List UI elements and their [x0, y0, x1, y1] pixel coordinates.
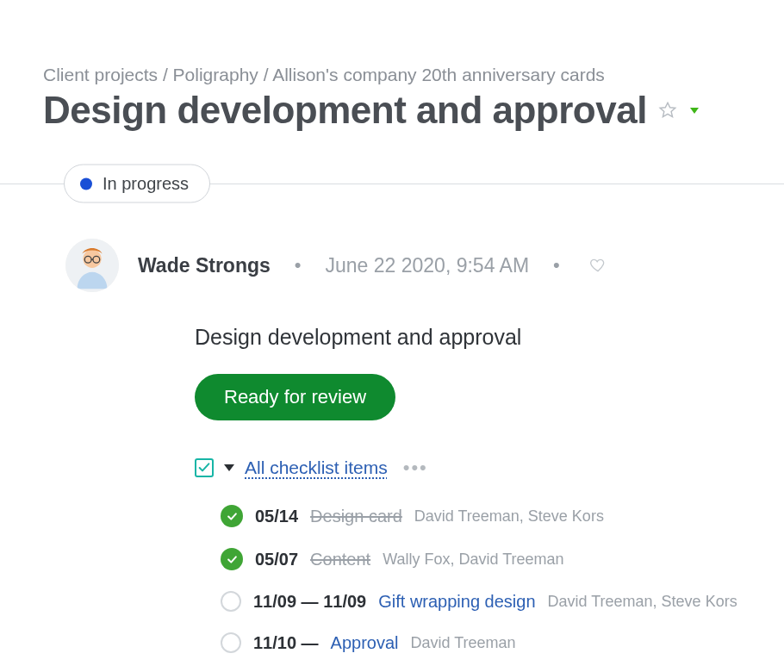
item-title[interactable]: Approval	[331, 633, 399, 653]
checklist: 05/14 Design card David Treeman, Steve K…	[221, 495, 741, 663]
status-pill[interactable]: In progress	[64, 165, 210, 203]
check-open-icon[interactable]	[221, 632, 241, 653]
checklist-item[interactable]: 11/10 — Approval David Treeman	[221, 622, 741, 663]
checklist-item[interactable]: 11/09 — 11/09 Gift wrapping design David…	[221, 581, 741, 622]
check-done-icon[interactable]	[221, 505, 243, 527]
breadcrumb-sep: /	[163, 65, 173, 84]
checklist-toggle-icon[interactable]	[195, 458, 214, 477]
post-body-title: Design development and approval	[195, 325, 741, 350]
breadcrumb[interactable]: Client projects / Poligraphy / Allison's…	[43, 65, 741, 85]
item-title[interactable]: Design card	[310, 507, 402, 526]
breadcrumb-part-3[interactable]: Allison's company 20th anniversary cards	[272, 65, 605, 84]
checklist-more-icon[interactable]: •••	[403, 457, 428, 479]
checklist-collapse-caret-icon[interactable]	[224, 464, 234, 471]
item-assignees: Wally Fox, David Treeman	[383, 551, 563, 569]
like-heart-icon[interactable]	[589, 257, 607, 274]
post-timestamp: June 22 2020, 9:54 AM	[325, 254, 529, 277]
item-assignees: David Treeman, Steve Kors	[414, 507, 604, 526]
status-label: In progress	[103, 174, 189, 194]
checklist-item[interactable]: 05/07 Content Wally Fox, David Treeman	[221, 538, 741, 581]
item-date: 11/09 — 11/09	[253, 592, 366, 612]
breadcrumb-part-1[interactable]: Client projects	[43, 65, 158, 84]
checklist-filter-link[interactable]: All checklist items	[245, 457, 388, 478]
ready-for-review-button[interactable]: Ready for review	[195, 374, 395, 420]
separator-dot: •	[289, 254, 307, 277]
breadcrumb-sep: /	[264, 65, 273, 84]
item-date: 05/07	[255, 550, 298, 569]
item-assignees: David Treeman	[411, 634, 516, 652]
breadcrumb-part-2[interactable]: Poligraphy	[173, 65, 258, 84]
favorite-star-icon[interactable]	[657, 100, 678, 121]
author-name[interactable]: Wade Strongs	[138, 254, 271, 277]
check-done-icon[interactable]	[221, 548, 243, 570]
item-title[interactable]: Gift wrapping design	[378, 592, 535, 612]
separator-dot: •	[548, 254, 565, 277]
svg-point-1	[83, 250, 101, 268]
checklist-item[interactable]: 05/14 Design card David Treeman, Steve K…	[221, 495, 741, 538]
item-assignees: David Treeman, Steve Kors	[548, 593, 737, 611]
item-date: 05/14	[255, 507, 298, 526]
author-avatar[interactable]	[65, 239, 119, 292]
page-title: Design development and approval	[43, 89, 647, 132]
item-date: 11/10 —	[253, 633, 319, 653]
item-title[interactable]: Content	[310, 550, 370, 569]
status-dot-icon	[80, 177, 92, 190]
title-dropdown-caret-icon[interactable]	[690, 108, 699, 114]
check-open-icon[interactable]	[221, 591, 241, 612]
